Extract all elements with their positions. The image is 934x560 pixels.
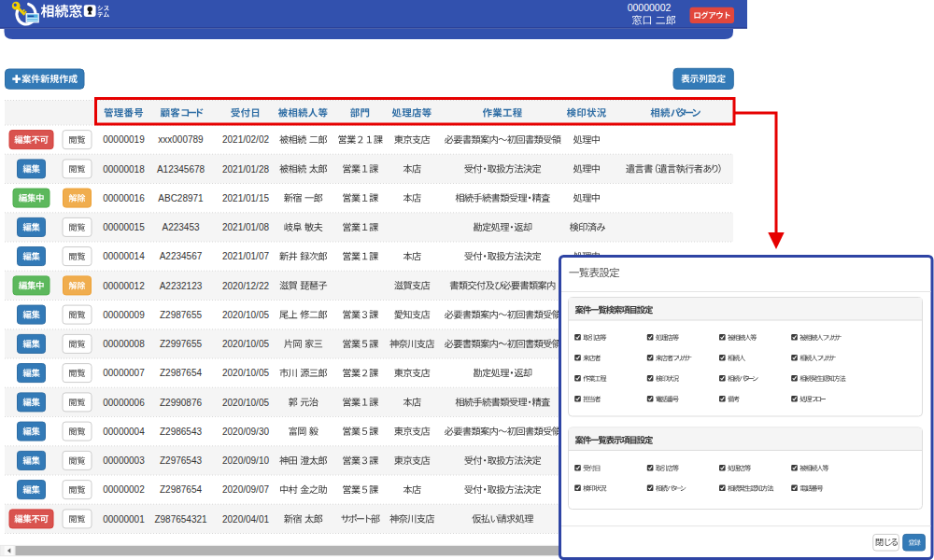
svg-text:Z987654321: Z987654321 (154, 514, 207, 525)
svg-text:Z2986543: Z2986543 (160, 427, 202, 437)
svg-text:2020/09/30: 2020/09/30 (222, 427, 269, 437)
svg-text:00000014: 00000014 (103, 251, 145, 261)
svg-text:2021/01/07: 2021/01/07 (222, 251, 269, 261)
svg-text:xxx000789: xxx000789 (158, 134, 204, 145)
svg-text:00000003: 00000003 (103, 455, 145, 466)
svg-text:Z2997655: Z2997655 (160, 339, 202, 349)
svg-text:00000019: 00000019 (103, 134, 145, 145)
svg-text:00000006: 00000006 (103, 398, 145, 408)
svg-text:00000018: 00000018 (103, 164, 145, 175)
svg-text:A12345678: A12345678 (157, 164, 205, 175)
svg-text:2020/04/01: 2020/04/01 (222, 514, 269, 525)
svg-text:2020/09/10: 2020/09/10 (222, 455, 269, 466)
svg-text:00000015: 00000015 (103, 222, 145, 232)
svg-text:Z2990876: Z2990876 (160, 398, 202, 408)
svg-text:Z2987655: Z2987655 (160, 310, 202, 320)
svg-text:00000012: 00000012 (103, 281, 145, 291)
svg-text:00000008: 00000008 (103, 339, 145, 349)
svg-text:2020/10/05: 2020/10/05 (222, 368, 269, 378)
svg-text:00000007: 00000007 (103, 368, 145, 378)
svg-text:2021/01/08: 2021/01/08 (222, 222, 269, 232)
svg-text:2021/02/02: 2021/02/02 (222, 134, 269, 145)
svg-text:00000016: 00000016 (103, 193, 145, 203)
svg-text:Z2987654: Z2987654 (160, 368, 202, 378)
svg-text:00000004: 00000004 (103, 427, 145, 437)
svg-text:00000001: 00000001 (103, 514, 145, 525)
svg-text:2020/10/05: 2020/10/05 (222, 398, 269, 408)
svg-text:A2234567: A2234567 (160, 251, 203, 261)
svg-text:ABC28971: ABC28971 (158, 193, 204, 203)
svg-text:2020/12/22: 2020/12/22 (222, 281, 269, 291)
svg-text:Z2976543: Z2976543 (160, 455, 202, 466)
svg-text:00000002: 00000002 (103, 484, 145, 495)
svg-text:A223453: A223453 (162, 222, 199, 232)
svg-text:Z2987654: Z2987654 (160, 484, 202, 495)
svg-text:00000009: 00000009 (103, 310, 145, 320)
svg-text:00000002: 00000002 (628, 2, 672, 13)
svg-text:2021/01/28: 2021/01/28 (222, 164, 269, 175)
svg-text:2021/01/15: 2021/01/15 (222, 193, 269, 203)
svg-text:2020/10/05: 2020/10/05 (222, 339, 269, 349)
svg-text:2020/09/07: 2020/09/07 (222, 484, 269, 495)
svg-text:A2232123: A2232123 (160, 281, 203, 291)
svg-text:2020/10/05: 2020/10/05 (222, 310, 269, 320)
